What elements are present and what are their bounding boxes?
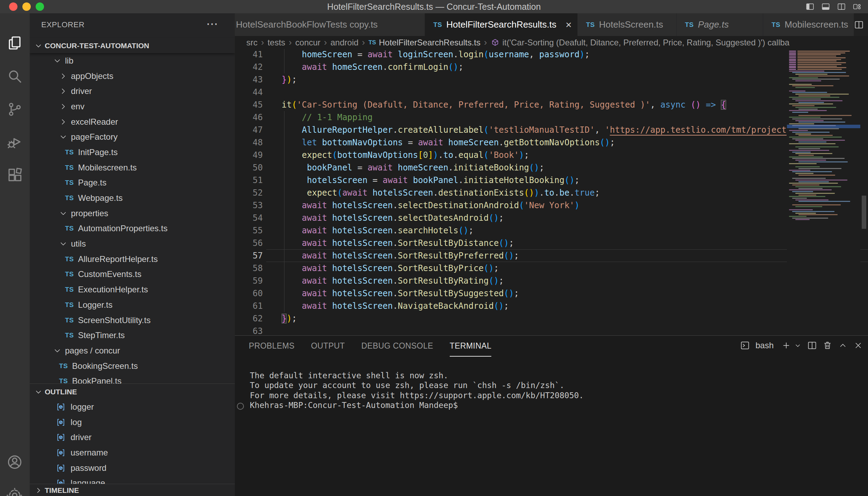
code-line-58[interactable]: 58 await hotelsScreen.SortResultByPrice(… [235, 262, 868, 275]
run-and-debug-icon[interactable] [6, 134, 23, 151]
code-line-63[interactable]: 63 [235, 325, 868, 335]
tree-item-file[interactable]: TSCustomEvents.ts [30, 267, 235, 282]
tree-item-folder[interactable]: pages / concur [30, 343, 235, 358]
tree-item-file[interactable]: TSExecutionHelper.ts [30, 282, 235, 297]
outline-item[interactable]: logger [30, 399, 235, 415]
split-editor-layout-icon[interactable] [837, 2, 846, 11]
code-line-44[interactable]: 44 [235, 86, 868, 99]
tree-item-folder[interactable]: properties [30, 206, 235, 221]
split-terminal-icon[interactable] [807, 341, 817, 350]
extensions-icon[interactable] [6, 167, 23, 184]
code-line-57[interactable]: 57 await hotelsScreen.SortResultByPrefer… [235, 249, 868, 262]
tree-item-file[interactable]: TSBookingScreen.ts [30, 358, 235, 374]
tree-item-file[interactable]: TSInitPage.ts [30, 145, 235, 160]
outline-item[interactable]: password [30, 460, 235, 476]
tree-item-folder[interactable]: pageFactory [30, 129, 235, 145]
code-line-42[interactable]: 42 await homeScreen.confirmLogin(); [235, 61, 868, 73]
tree-item-file[interactable]: TSBookPanel.ts [30, 373, 235, 384]
toggle-panel-icon[interactable] [821, 2, 830, 11]
panel-tab-terminal[interactable]: TERMINAL [450, 336, 492, 357]
code-line-61[interactable]: 61 await hotelsScreen.NavigateBackAndroi… [235, 300, 868, 312]
breadcrumb-item[interactable]: it('Car-Sorting (Deafult, Ditance, Prefe… [491, 38, 790, 48]
timeline-header[interactable]: TIMELINE [30, 484, 235, 496]
tree-item-folder[interactable]: appObjects [30, 68, 235, 84]
panel-tab-problems[interactable]: PROBLEMS [249, 336, 295, 357]
code-line-54[interactable]: 54 await hotelsScreen.selectDatesAndroid… [235, 212, 868, 224]
terminal-shell-icon[interactable] [740, 341, 750, 350]
settings-icon[interactable]: 1 [6, 487, 23, 496]
tree-item-folder[interactable]: driver [30, 83, 235, 99]
outline-header[interactable]: OUTLINE [30, 384, 235, 399]
terminal-output[interactable]: The default interactive shell is now zsh… [250, 371, 861, 410]
tree-item-folder[interactable]: env [30, 99, 235, 114]
customize-layout-icon[interactable] [853, 2, 862, 11]
code-line-50[interactable]: 50 bookPanel = await homeScreen.initiate… [235, 161, 868, 174]
breadcrumb-item[interactable]: concur [295, 38, 320, 48]
tree-item-file[interactable]: TSScreenShotUtility.ts [30, 313, 235, 328]
code-line-51[interactable]: 51 hotelsScreen = await bookPanel.initia… [235, 174, 868, 187]
tree-item-file[interactable]: TSAllureReportHelper.ts [30, 251, 235, 267]
code-line-62[interactable]: 62}); [235, 312, 868, 325]
panel-tab-output[interactable]: OUTPUT [311, 336, 345, 357]
explorer-icon[interactable] [6, 35, 23, 51]
outline-item[interactable]: username [30, 445, 235, 460]
launch-profile-chevron-down-icon[interactable] [794, 342, 802, 349]
tree-item-file[interactable]: TSPage.ts [30, 175, 235, 191]
code-line-45[interactable]: 45it('Car-Sorting (Deafult, Ditance, Pre… [235, 99, 868, 111]
tree-item-folder[interactable]: excelReader [30, 114, 235, 130]
code-line-53[interactable]: 53 await hotelsScreen.selectDestinationA… [235, 199, 868, 212]
close-window-button[interactable] [9, 2, 17, 11]
explorer-more-actions-icon[interactable]: ⋯ [206, 17, 218, 31]
code-line-41[interactable]: 41 homeScreen = await loginScreen.login(… [235, 49, 868, 61]
breadcrumb-item[interactable]: TSHotelFilterSearchResults.ts [368, 38, 480, 48]
project-root-header[interactable]: CONCUR-TEST-AUTOMATION [30, 38, 235, 53]
kill-terminal-trash-icon[interactable] [823, 341, 832, 350]
outline-item[interactable]: driver [30, 430, 235, 445]
toggle-sidebar-icon[interactable] [805, 2, 815, 11]
maximize-panel-chevron-up-icon[interactable] [838, 341, 848, 350]
breadcrumb-item[interactable]: src [246, 38, 258, 48]
tree-item-file[interactable]: TSStepTimer.ts [30, 328, 235, 343]
code-line-48[interactable]: 48 let bottomNavOptions = await homeScre… [235, 136, 868, 149]
editor-scrollbar[interactable] [862, 196, 866, 229]
editor-tab-hotelsearchbookflowtests-copy-ts[interactable]: TSHotelSearchBookFlowTests copy.ts [235, 13, 425, 36]
new-terminal-icon[interactable] [781, 341, 791, 350]
editor-tab-hotelfiltersearchresults-ts[interactable]: TSHotelFilterSearchResults.ts× [425, 13, 578, 36]
close-tab-icon[interactable]: × [565, 20, 572, 30]
minimap[interactable] [787, 49, 860, 335]
minimap-line [792, 158, 845, 159]
outline-item[interactable]: language [30, 475, 235, 484]
minimize-window-button[interactable] [22, 2, 31, 11]
accounts-icon[interactable] [6, 454, 23, 471]
code-line-47[interactable]: 47 AllureReportHelper.createAllureLabel(… [235, 124, 868, 136]
panel-tab-debug-console[interactable]: DEBUG CONSOLE [361, 336, 433, 357]
close-panel-icon[interactable] [853, 341, 863, 350]
source-control-icon[interactable] [6, 101, 23, 118]
editor-tab-hotelsscreen-ts[interactable]: TSHotelsScreen.ts [578, 13, 677, 36]
tree-item-file[interactable]: TSAutomationProperties.ts [30, 221, 235, 236]
code-line-52[interactable]: 52 expect(await hotelsScreen.destination… [235, 187, 868, 199]
code-line-46[interactable]: 46 // 1-1 Mapping [235, 111, 868, 124]
split-editor-icon[interactable] [854, 20, 864, 30]
shell-name-label[interactable]: bash [755, 341, 774, 350]
code-line-55[interactable]: 55 await hotelsScreen.searchHotels(); [235, 224, 868, 237]
code-line-49[interactable]: 49 expect(bottomNavOptions[0]).to.equal(… [235, 149, 868, 161]
code-line-59[interactable]: 59 await hotelsScreen.SortResultByRating… [235, 275, 868, 287]
search-icon[interactable] [6, 68, 23, 85]
editor-tab-page-ts[interactable]: TSPage.ts [677, 13, 763, 36]
tree-item-file[interactable]: TSMobilescreen.ts [30, 160, 235, 175]
code-editor[interactable]: 41 homeScreen = await loginScreen.login(… [235, 49, 868, 335]
minimap-line [792, 138, 823, 139]
code-line-56[interactable]: 56 await hotelsScreen.SortResultByDistan… [235, 237, 868, 249]
code-line-43[interactable]: 43}); [235, 73, 868, 86]
breadcrumb-item[interactable]: android [331, 38, 359, 48]
outline-item[interactable]: log [30, 415, 235, 430]
breadcrumb-item[interactable]: tests [268, 38, 285, 48]
tree-item-file[interactable]: TSWebpage.ts [30, 190, 235, 206]
zoom-window-button[interactable] [36, 2, 44, 11]
editor-tab-mobilescreen-ts[interactable]: TSMobilescreen.ts [763, 13, 854, 36]
code-line-60[interactable]: 60 await hotelsScreen.SortResultBySugges… [235, 287, 868, 300]
tree-item-folder[interactable]: utils [30, 236, 235, 251]
tree-item-folder[interactable]: lib [30, 53, 235, 68]
tree-item-file[interactable]: TSLogger.ts [30, 297, 235, 313]
